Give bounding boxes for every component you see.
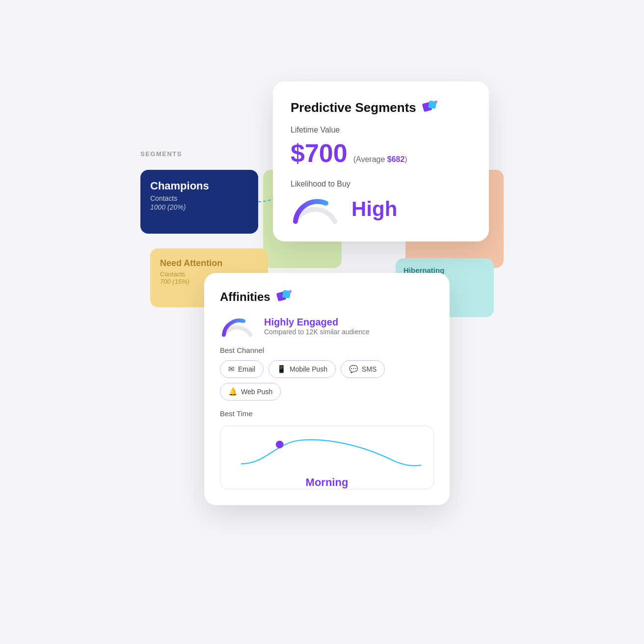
engaged-row: Highly Engaged Compared to 12K similar a… [220,315,434,337]
morning-label: Morning [232,476,422,489]
best-channel-label: Best Channel [220,346,434,354]
email-icon: ✉ [228,365,235,374]
predictive-title: Predictive Segments [291,100,416,115]
gauge-wrap [291,194,340,224]
sms-icon: 💬 [349,365,358,374]
svg-point-5 [289,290,292,293]
best-time-label: Best Time [220,409,434,418]
champions-title: Champions [150,180,248,192]
affinities-card: Affinities [204,273,450,505]
web-push-icon: 🔔 [228,387,238,396]
engaged-label: Highly Engaged [264,317,370,328]
affinities-title: Affinities [220,290,270,304]
gauge-row: High [291,194,471,224]
likelihood-value: High [351,197,397,221]
engaged-info: Highly Engaged Compared to 12K similar a… [264,317,370,336]
channel-email[interactable]: ✉ Email [220,360,264,378]
likelihood-label: Likelihood to Buy [291,180,471,188]
predictive-segments-card: Predictive Segments Lifetime Value $700 … [273,81,489,242]
lifetime-value: $700 [291,138,348,168]
best-time-chart: Morning [220,426,434,489]
average-highlight: $682 [387,155,405,163]
engaged-sub: Compared to 12K similar audience [264,328,370,336]
affinities-header: Affinities [220,289,434,305]
champions-count: 1000 (20%) [150,203,248,211]
champions-subtitle: Contacts [150,194,248,202]
channel-sms[interactable]: 💬 SMS [341,360,385,378]
segments-label: SEGMENTS [140,150,182,158]
channel-mobile-push[interactable]: 📱 Mobile Push [268,360,336,378]
card-champions[interactable]: Champions Contacts 1000 (20%) [140,170,258,234]
mobile-push-label: Mobile Push [290,365,327,373]
value-row: $700 (Average $682) [291,138,471,168]
email-label: Email [238,365,255,373]
web-push-label: Web Push [241,388,272,396]
channels-list: ✉ Email 📱 Mobile Push 💬 SMS 🔔 Web Push [220,360,434,401]
svg-point-7 [277,442,282,447]
svg-point-2 [434,101,437,104]
affinity-gauge [220,315,254,337]
best-time-svg [232,436,422,470]
mobile-push-icon: 📱 [277,365,286,374]
lifetime-value-label: Lifetime Value [291,126,471,134]
need-attention-title: Need Attention [160,258,258,268]
sms-label: SMS [362,365,376,373]
affinities-ai-icon [276,289,293,305]
ai-sparkle-icon [422,99,439,116]
channel-web-push[interactable]: 🔔 Web Push [220,383,281,401]
predictive-header: Predictive Segments [291,99,471,116]
likelihood-section: Likelihood to Buy [291,180,471,224]
average-text: (Average $682) [353,155,407,164]
gauge-svg [291,194,340,224]
